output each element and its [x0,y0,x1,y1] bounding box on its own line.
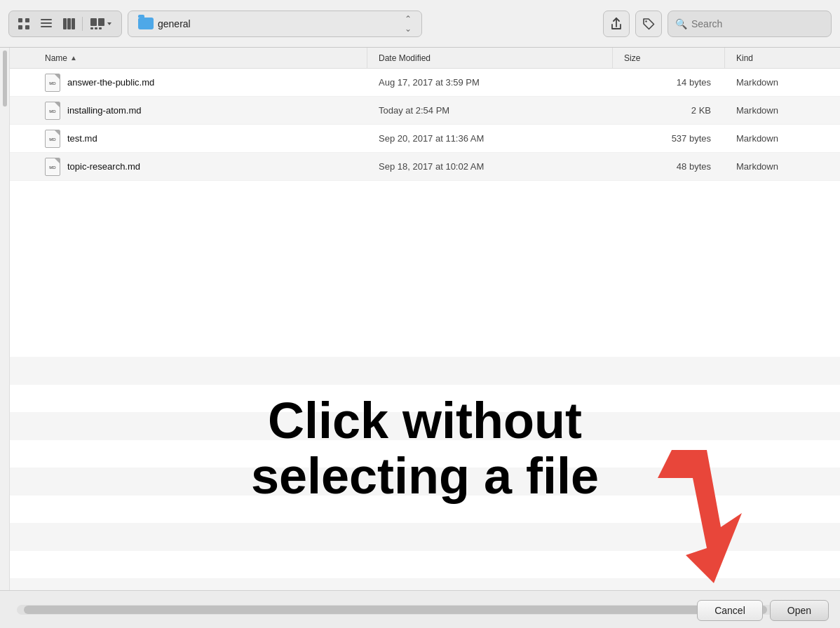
svg-rect-0 [18,18,22,22]
col-header-name[interactable]: Name ▲ [10,48,367,68]
toolbar-right: 🔍 [603,11,832,37]
content-area: Name ▲ Date Modified Size Kind MD answer… [0,48,840,590]
file-date-cell: Aug 17, 2017 at 3:59 PM [367,77,613,88]
file-icon: MD [45,102,60,120]
view-list-button[interactable] [36,15,57,33]
file-size-cell: 48 bytes [613,161,725,172]
svg-rect-12 [90,27,93,29]
folder-breadcrumb[interactable]: general ⌃⌄ [128,11,422,37]
toolbar: general ⌃⌄ 🔍 [0,0,840,48]
file-name: topic-research.md [67,161,140,172]
file-date-cell: Sep 20, 2017 at 11:36 AM [367,133,613,144]
svg-marker-18 [658,450,742,583]
svg-rect-4 [41,19,52,20]
file-size-cell: 537 bytes [613,133,725,144]
file-name: installing-atom.md [67,105,142,116]
svg-rect-14 [99,27,102,29]
file-date-cell: Today at 2:54 PM [367,105,613,116]
svg-rect-9 [72,18,75,29]
svg-rect-13 [95,27,97,29]
sort-arrow-icon: ▲ [70,54,77,62]
open-button[interactable]: Open [770,600,829,621]
tag-button[interactable] [635,11,662,37]
file-name-cell: MD test.md [10,130,367,148]
view-mode-group [8,11,122,37]
chevron-down-icon: ⌃⌄ [405,14,412,34]
col-header-kind[interactable]: Kind [725,48,840,68]
file-kind-cell: Markdown [725,133,840,144]
share-button[interactable] [603,11,630,37]
folder-name: general [158,18,191,29]
view-gallery-button[interactable] [86,15,117,33]
file-kind-cell: Markdown [725,77,840,88]
view-columns-button[interactable] [58,15,79,33]
svg-rect-11 [98,18,104,26]
empty-area[interactable]: Click without selecting a file [10,329,840,590]
svg-rect-7 [63,18,67,29]
svg-rect-6 [41,26,52,27]
file-kind-cell: Markdown [725,161,840,172]
file-rows: MD answer-the-public.md Aug 17, 2017 at … [10,69,840,329]
file-icon: MD [45,130,60,148]
overlay-line-2: selecting a file [251,449,599,504]
search-icon: 🔍 [675,18,687,29]
file-size-cell: 2 KB [613,105,725,116]
scrollbar-thumb [24,606,767,614]
sidebar-scroll[interactable] [0,48,10,590]
view-icons-button[interactable] [13,15,34,33]
svg-rect-8 [67,18,71,29]
svg-point-16 [645,20,646,22]
file-name-cell: MD topic-research.md [10,158,367,176]
file-list: Name ▲ Date Modified Size Kind MD answer… [10,48,840,590]
file-icon: MD [45,74,60,92]
table-row[interactable]: MD test.md Sep 20, 2017 at 11:36 AM 537 … [10,125,840,153]
overlay-annotation: Click without selecting a file [251,393,599,504]
svg-rect-10 [90,18,97,26]
svg-rect-3 [25,25,29,29]
file-size-cell: 14 bytes [613,77,725,88]
col-header-size[interactable]: Size [613,48,725,68]
file-date-cell: Sep 18, 2017 at 10:02 AM [367,161,613,172]
table-row[interactable]: MD topic-research.md Sep 18, 2017 at 10:… [10,153,840,181]
svg-rect-5 [41,22,52,24]
file-name: answer-the-public.md [67,77,154,88]
scroll-track [3,50,7,107]
table-row[interactable]: MD installing-atom.md Today at 2:54 PM 2… [10,97,840,125]
file-name: test.md [67,133,97,144]
folder-icon [138,18,154,29]
column-headers: Name ▲ Date Modified Size Kind [10,48,840,69]
file-kind-cell: Markdown [725,105,840,116]
arrow-annotation [644,436,756,590]
file-name-cell: MD installing-atom.md [10,102,367,120]
bottom-buttons: Cancel Open [697,600,829,621]
file-icon: MD [45,158,60,176]
file-name-cell: MD answer-the-public.md [10,74,367,92]
table-row[interactable]: MD answer-the-public.md Aug 17, 2017 at … [10,69,840,97]
toolbar-separator-1 [82,17,83,31]
overlay-line-1: Click without [251,393,599,449]
col-header-date[interactable]: Date Modified [367,48,613,68]
search-input[interactable] [691,18,824,29]
svg-rect-2 [18,25,22,29]
svg-rect-1 [25,18,29,22]
svg-marker-15 [107,22,111,25]
cancel-button[interactable]: Cancel [697,600,763,621]
search-box: 🔍 [668,11,832,37]
bottom-bar: Cancel Open [0,590,840,628]
